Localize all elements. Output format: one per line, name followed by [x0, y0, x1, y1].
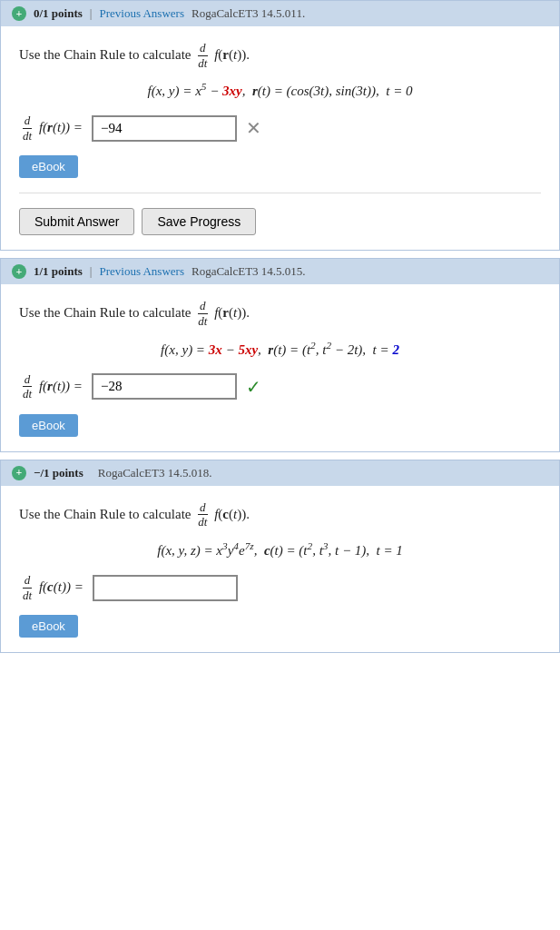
ebook-button-3[interactable]: eBook [19, 615, 78, 638]
source-2: RogaCalcET3 14.5.015. [192, 264, 306, 279]
answer-row-2: d dt f(r(t)) = ✓ [19, 372, 541, 401]
problem-3: + −/1 points RogaCalcET3 14.5.018. Use t… [0, 460, 560, 653]
fraction-d-dt-2: d dt [196, 299, 209, 328]
plus-icon-2: + [12, 264, 26, 279]
save-button-1[interactable]: Save Progress [142, 208, 256, 235]
fraction-d-dt-1: d dt [196, 41, 209, 70]
answer-input-1[interactable] [92, 115, 237, 142]
problem-3-header: + −/1 points RogaCalcET3 14.5.018. [1, 460, 559, 486]
answer-input-2[interactable] [92, 373, 237, 400]
formula-2: f(x, y) = 3x − 5xy, r(t) = (t2, t2 − 2t)… [19, 340, 541, 358]
points-3: −/1 points [34, 466, 84, 480]
ebook-button-1[interactable]: eBook [19, 155, 78, 178]
fn-label-1: f(r(t)). [214, 47, 250, 62]
problem-1: + 0/1 points | Previous Answers RogaCalc… [0, 0, 560, 251]
instruction-1: Use the Chain Rule to calculate d dt f(r… [19, 41, 541, 70]
answer-input-3[interactable] [93, 575, 238, 601]
fn-label-3: f(c(t)). [214, 506, 250, 520]
instruction-3: Use the Chain Rule to calculate d dt f(c… [19, 500, 541, 529]
deriv-label-2: d dt f(r(t)) = [19, 372, 83, 401]
fraction-d-dt-3: d dt [196, 500, 209, 529]
prev-answers-link-2[interactable]: Previous Answers [99, 264, 184, 279]
deriv-label-1: d dt f(r(t)) = [19, 114, 83, 143]
action-row-1: Submit Answer Save Progress [19, 193, 541, 235]
submit-button-1[interactable]: Submit Answer [19, 208, 134, 235]
answer-row-3: d dt f(c(t)) = [19, 573, 541, 602]
problem-3-body: Use the Chain Rule to calculate d dt f(c… [1, 486, 559, 652]
problem-1-header: + 0/1 points | Previous Answers RogaCalc… [1, 1, 559, 26]
fn-label-2: f(r(t)). [214, 305, 250, 320]
ebook-button-2[interactable]: eBook [19, 414, 78, 437]
points-1: 0/1 points [34, 6, 83, 21]
formula-1: f(x, y) = x5 − 3xy, r(t) = (cos(3t), sin… [19, 81, 541, 99]
correct-icon-2: ✓ [246, 376, 261, 398]
plus-icon-1: + [12, 6, 26, 21]
source-3: RogaCalcET3 14.5.018. [98, 466, 212, 480]
problem-1-body: Use the Chain Rule to calculate d dt f(r… [1, 26, 559, 250]
problem-2-header: + 1/1 points | Previous Answers RogaCalc… [1, 259, 559, 284]
formula-3: f(x, y, z) = x3y4e7z, c(t) = (t2, t3, t … [19, 540, 541, 559]
problem-2: + 1/1 points | Previous Answers RogaCalc… [0, 258, 560, 451]
divider-2: | [90, 264, 93, 279]
prev-answers-link-1[interactable]: Previous Answers [99, 6, 184, 21]
problem-2-body: Use the Chain Rule to calculate d dt f(r… [1, 284, 559, 450]
source-1: RogaCalcET3 14.5.011. [192, 6, 305, 21]
wrong-icon-1: ✕ [246, 117, 261, 139]
deriv-label-3: d dt f(c(t)) = [19, 573, 84, 602]
divider-1: | [90, 6, 93, 21]
answer-row-1: d dt f(r(t)) = ✕ [19, 114, 541, 143]
points-2: 1/1 points [34, 264, 83, 279]
instruction-2: Use the Chain Rule to calculate d dt f(r… [19, 299, 541, 328]
plus-icon-3: + [12, 466, 26, 480]
